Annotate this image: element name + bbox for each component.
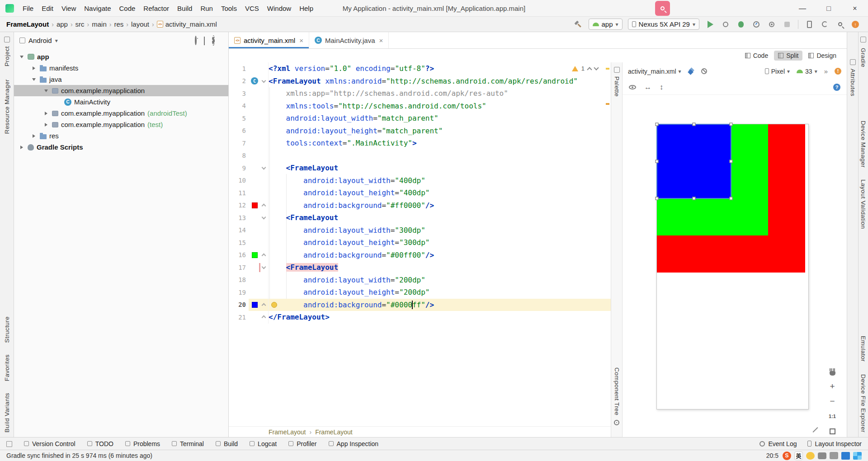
help-icon[interactable]: ? xyxy=(833,84,840,91)
selection-handle[interactable] xyxy=(730,123,733,126)
view-mode-split[interactable]: Split xyxy=(774,51,802,61)
zoom-in-button[interactable]: + xyxy=(827,381,838,392)
maximize-button[interactable]: □ xyxy=(816,0,842,17)
more-actions-icon[interactable]: » xyxy=(824,67,828,75)
build-hammer-icon[interactable] xyxy=(572,19,583,30)
orientation-icon[interactable]: ↔ xyxy=(644,83,651,91)
fold-marker-icon[interactable] xyxy=(262,215,266,220)
fold-marker-icon[interactable] xyxy=(262,203,266,208)
color-swatch[interactable] xyxy=(252,202,258,208)
api-level-selector[interactable]: 33 ▾ xyxy=(797,68,817,75)
attach-debugger-icon[interactable] xyxy=(766,19,777,30)
tree-item-com-example-myapplication-test[interactable]: com.example.myapplication (test) xyxy=(14,119,228,130)
apply-changes-icon[interactable] xyxy=(720,19,731,30)
tree-item-java[interactable]: java xyxy=(14,74,228,85)
close-tab-icon[interactable]: × xyxy=(379,37,383,44)
toolstrip-device-file-explorer[interactable]: Device File Explorer xyxy=(860,374,867,433)
resize-handle-icon[interactable] xyxy=(812,427,818,433)
breadcrumb-activity-main-xml[interactable]: activity_main.xml xyxy=(157,20,217,28)
code-line-4[interactable]: 4 xmlns:tools="http://schemas.android.co… xyxy=(229,100,611,113)
menu-help[interactable]: Help xyxy=(295,0,317,17)
component-tree-tab[interactable]: Component Tree xyxy=(613,367,620,415)
code-line-17[interactable]: 17 <FrameLayout xyxy=(229,261,611,274)
menu-view[interactable]: View xyxy=(57,0,80,17)
tray-app-icon[interactable] xyxy=(841,452,850,460)
toolwindow-event-log[interactable]: Event Log xyxy=(760,440,797,447)
profiler-icon[interactable] xyxy=(751,19,762,30)
toolbox-icon[interactable] xyxy=(830,452,838,459)
code-line-18[interactable]: 18 android:layout_width="200dp" xyxy=(229,274,611,287)
color-swatch[interactable] xyxy=(252,252,258,258)
menu-tools[interactable]: Tools xyxy=(217,0,241,17)
fold-marker-icon[interactable] xyxy=(262,165,266,170)
attributes-tab[interactable]: Attributes xyxy=(849,69,856,96)
inspection-widget[interactable]: 1 xyxy=(572,65,598,72)
toolwindow-layout-inspector[interactable]: Layout Inspector xyxy=(807,440,862,447)
render-issues-icon[interactable] xyxy=(835,68,841,75)
tab-activity-main-xml[interactable]: activity_main.xml× xyxy=(229,32,309,48)
gradle-stripe-icon[interactable] xyxy=(860,37,866,42)
ide-update-icon[interactable] xyxy=(850,19,861,30)
toolstrip-structure[interactable]: Structure xyxy=(4,316,10,343)
code-line-5[interactable]: 5 android:layout_width="match_parent" xyxy=(229,112,611,125)
context-class-icon[interactable] xyxy=(251,77,258,85)
zoom-out-button[interactable]: − xyxy=(827,396,838,407)
toolstrip-favorites[interactable]: Favorites xyxy=(4,354,10,381)
selection-handle[interactable] xyxy=(656,160,659,163)
tree-item-com-example-myapplication-androidtest[interactable]: com.example.myapplication (androidTest) xyxy=(14,108,228,119)
emoji-picker-icon[interactable] xyxy=(806,452,815,460)
toolstrip-resource-manager[interactable]: Resource Manager xyxy=(4,79,10,134)
project-stripe-icon[interactable] xyxy=(4,37,10,42)
close-button[interactable]: × xyxy=(842,0,868,17)
menu-code[interactable]: Code xyxy=(115,0,139,17)
minimize-button[interactable]: — xyxy=(789,0,816,17)
device-manager-icon[interactable] xyxy=(804,19,815,30)
fold-marker-icon[interactable] xyxy=(262,315,266,320)
menu-file[interactable]: File xyxy=(19,0,38,17)
design-surface-icon[interactable] xyxy=(688,68,694,75)
toolstrip-device-manager[interactable]: Device Manager xyxy=(860,121,867,168)
breadcrumb-res[interactable]: res xyxy=(114,20,123,28)
palette-tab[interactable]: Palette xyxy=(613,76,620,97)
device-type-selector[interactable]: Pixel ▾ xyxy=(765,68,790,75)
toolwindow-todo[interactable]: TODO xyxy=(87,440,113,447)
tab-mainactivity-java[interactable]: MainActivity.java× xyxy=(309,32,389,48)
frame-200dp[interactable] xyxy=(657,124,731,198)
design-file-selector[interactable]: activity_main.xml ▾ xyxy=(628,68,681,75)
close-tab-icon[interactable]: × xyxy=(299,37,303,44)
breadcrumb-app[interactable]: app xyxy=(57,20,68,28)
tree-item-com-example-myapplication[interactable]: com.example.myapplication xyxy=(14,85,228,96)
error-stripe-mark[interactable] xyxy=(606,68,609,70)
collapse-all-icon[interactable] xyxy=(204,37,205,44)
selection-handle[interactable] xyxy=(730,160,733,163)
toolwindow-problems[interactable]: Problems xyxy=(125,440,160,447)
toolstrip-build-variants[interactable]: Build Variants xyxy=(4,393,10,433)
selection-handle[interactable] xyxy=(693,123,696,126)
resize-mode-icon[interactable]: ↕ xyxy=(660,83,663,91)
code-line-12[interactable]: 12 android:background="#ff0000"/> xyxy=(229,199,611,212)
code-line-14[interactable]: 14 android:layout_width="300dp" xyxy=(229,224,611,237)
toolwindow-toggle-icon[interactable] xyxy=(6,441,12,447)
prev-warning-icon[interactable] xyxy=(587,67,592,72)
stop-icon[interactable] xyxy=(782,19,793,30)
color-blind-mode-icon[interactable] xyxy=(701,68,707,74)
error-stripe-mark[interactable] xyxy=(606,103,609,105)
tree-item-app[interactable]: app xyxy=(14,51,228,62)
tree-item-res[interactable]: res xyxy=(14,130,228,141)
zoom-ratio-button[interactable]: 1:1 xyxy=(827,411,838,422)
code-line-8[interactable]: 8 xyxy=(229,150,611,162)
selection-handle[interactable] xyxy=(730,197,733,200)
code-line-13[interactable]: 13 <FrameLayout xyxy=(229,212,611,224)
code-line-15[interactable]: 15 android:layout_height="300dp" xyxy=(229,236,611,249)
toolwindow-profiler[interactable]: Profiler xyxy=(288,440,316,447)
fold-marker-icon[interactable] xyxy=(262,78,266,83)
fold-marker-icon[interactable] xyxy=(262,303,266,307)
fold-marker-icon[interactable] xyxy=(262,253,266,258)
breadcrumb-main[interactable]: main xyxy=(92,20,107,28)
element-breadcrumb-1[interactable]: FrameLayout xyxy=(315,428,352,436)
code-line-21[interactable]: 21</FrameLayout> xyxy=(229,311,611,324)
code-line-1[interactable]: 1<?xml version="1.0" encoding="utf-8"?> xyxy=(229,62,611,75)
code-line-11[interactable]: 11 android:layout_height="400dp" xyxy=(229,187,611,199)
settings-icon[interactable] xyxy=(212,37,215,44)
code-line-9[interactable]: 9 <FrameLayout xyxy=(229,162,611,174)
